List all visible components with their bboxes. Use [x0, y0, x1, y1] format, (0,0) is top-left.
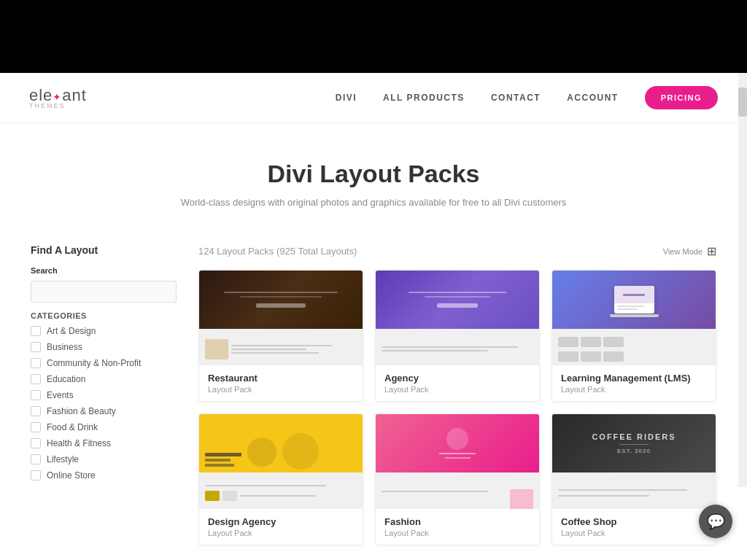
- search-label: Search: [31, 266, 177, 275]
- search-input[interactable]: [31, 281, 177, 303]
- card-name: Design Agency: [208, 516, 354, 527]
- main-nav: DIVI ALL PRODUCTS CONTACT ACCOUNT PRICIN…: [336, 86, 718, 109]
- category-checkbox[interactable]: [31, 390, 41, 400]
- preview-bottom-design-agency: [199, 472, 363, 509]
- preview-bottom-lms: [552, 329, 716, 365]
- preview-top-coffee-shop: COFFEE RIDERS EST. 2020: [552, 414, 716, 472]
- preview-bottom-restaurant: [199, 329, 363, 365]
- category-item-online-store[interactable]: Online Store: [31, 470, 177, 481]
- page-wrapper: ele✦ant THEMES DIVI ALL PRODUCTS CONTACT…: [0, 73, 747, 560]
- card-preview-restaurant: [199, 271, 363, 365]
- card-name: Restaurant: [208, 373, 354, 384]
- preview-bottom-coffee-shop: [552, 472, 716, 509]
- card-name: Learning Management (LMS): [561, 373, 707, 384]
- nav-account[interactable]: ACCOUNT: [567, 93, 619, 103]
- card-info-lms: Learning Management (LMS) Layout Pack: [552, 365, 716, 401]
- view-mode-label: View Mode: [663, 247, 703, 256]
- preview-bottom-agency: [376, 329, 539, 365]
- category-label: Lifestyle: [47, 454, 79, 464]
- category-checkbox[interactable]: [31, 406, 41, 416]
- category-item-education[interactable]: Education: [31, 374, 177, 384]
- category-checkbox[interactable]: [31, 326, 41, 336]
- category-label: Art & Design: [47, 326, 96, 336]
- sidebar-title: Find A Layout: [31, 244, 177, 256]
- category-checkbox[interactable]: [31, 438, 41, 448]
- category-item-fashion-beauty[interactable]: Fashion & Beauty: [31, 406, 177, 416]
- preview-top-lms: [552, 271, 716, 329]
- scrollbar-thumb[interactable]: [738, 88, 747, 117]
- category-checkbox[interactable]: [31, 454, 41, 464]
- nav-contact[interactable]: CONTACT: [491, 93, 541, 103]
- card-preview-coffee-shop: COFFEE RIDERS EST. 2020: [552, 414, 716, 509]
- card-name: Coffee Shop: [561, 516, 707, 527]
- preview-top-restaurant: [199, 271, 363, 329]
- category-label: Online Store: [47, 470, 96, 481]
- nav-all-products[interactable]: ALL PRODUCTS: [383, 93, 465, 103]
- grid-area: 124 Layout Packs (925 Total Layouts) Vie…: [198, 244, 716, 545]
- layout-card-coffee-shop[interactable]: COFFEE RIDERS EST. 2020 Coffee Sho: [551, 413, 716, 545]
- layout-grid: Restaurant Layout Pack: [198, 270, 716, 545]
- card-type: Layout Pack: [561, 385, 707, 394]
- category-item-food-drink[interactable]: Food & Drink: [31, 422, 177, 432]
- category-label: Food & Drink: [47, 422, 98, 432]
- layout-card-restaurant[interactable]: Restaurant Layout Pack: [198, 270, 363, 402]
- category-item-business[interactable]: Business: [31, 342, 177, 352]
- categories-list: Art & Design Business Community & Non-Pr…: [31, 326, 177, 481]
- sidebar: Find A Layout Search Categories Art & De…: [31, 244, 177, 545]
- preview-top-design-agency: [199, 414, 363, 472]
- hero-section: Divi Layout Packs World-class designs wi…: [0, 123, 747, 230]
- category-label: Community & Non-Profit: [47, 358, 141, 368]
- category-item-events[interactable]: Events: [31, 390, 177, 400]
- category-item-lifestyle[interactable]: Lifestyle: [31, 454, 177, 464]
- card-preview-lms: [552, 271, 716, 365]
- layout-card-agency[interactable]: Agency Layout Pack: [375, 270, 540, 402]
- card-type: Layout Pack: [384, 529, 530, 537]
- category-label: Education: [47, 374, 85, 384]
- logo-star: ✦: [53, 91, 62, 103]
- card-preview-agency: [376, 271, 539, 365]
- category-checkbox[interactable]: [31, 422, 41, 432]
- card-info-coffee-shop: Coffee Shop Layout Pack: [552, 509, 716, 545]
- category-item-community[interactable]: Community & Non-Profit: [31, 358, 177, 368]
- category-item-art-design[interactable]: Art & Design: [31, 326, 177, 336]
- layout-card-fashion[interactable]: Fashion Layout Pack: [375, 413, 540, 545]
- main-content: Find A Layout Search Categories Art & De…: [1, 230, 746, 560]
- card-info-fashion: Fashion Layout Pack: [376, 509, 539, 545]
- chat-icon: 💬: [707, 513, 725, 530]
- category-label: Health & Fitness: [47, 438, 111, 448]
- category-item-health-fitness[interactable]: Health & Fitness: [31, 438, 177, 448]
- card-name: Fashion: [384, 516, 530, 527]
- site-header: ele✦ant THEMES DIVI ALL PRODUCTS CONTACT…: [0, 73, 747, 123]
- pricing-button[interactable]: PRICING: [645, 86, 718, 109]
- nav-divi[interactable]: DIVI: [336, 93, 357, 103]
- card-info-agency: Agency Layout Pack: [376, 365, 539, 401]
- scrollbar[interactable]: [738, 73, 747, 487]
- preview-top-fashion: [376, 414, 539, 472]
- category-checkbox[interactable]: [31, 358, 41, 368]
- category-checkbox[interactable]: [31, 374, 41, 384]
- category-label: Business: [47, 342, 82, 352]
- card-type: Layout Pack: [208, 529, 354, 537]
- card-type: Layout Pack: [561, 529, 707, 537]
- card-info-design-agency: Design Agency Layout Pack: [199, 509, 363, 545]
- card-preview-design-agency: [199, 414, 363, 509]
- page-title: Divi Layout Packs: [15, 160, 732, 188]
- card-info-restaurant: Restaurant Layout Pack: [199, 365, 363, 401]
- category-checkbox[interactable]: [31, 470, 41, 481]
- chat-bubble[interactable]: 💬: [699, 505, 732, 538]
- grid-count: 124 Layout Packs (925 Total Layouts): [198, 246, 357, 257]
- grid-header: 124 Layout Packs (925 Total Layouts) Vie…: [198, 244, 716, 258]
- card-preview-fashion: [376, 414, 539, 509]
- card-type: Layout Pack: [208, 385, 354, 394]
- layout-card-lms[interactable]: Learning Management (LMS) Layout Pack: [551, 270, 716, 402]
- logo[interactable]: ele✦ant THEMES: [29, 86, 87, 109]
- layout-card-design-agency[interactable]: Design Agency Layout Pack: [198, 413, 363, 545]
- card-type: Layout Pack: [384, 385, 530, 394]
- category-label: Events: [47, 390, 74, 400]
- category-checkbox[interactable]: [31, 342, 41, 352]
- preview-top-agency: [376, 271, 539, 329]
- view-mode-toggle[interactable]: View Mode ⊞: [663, 244, 716, 258]
- card-name: Agency: [384, 373, 530, 384]
- categories-label: Categories: [31, 311, 177, 320]
- category-label: Fashion & Beauty: [47, 406, 116, 416]
